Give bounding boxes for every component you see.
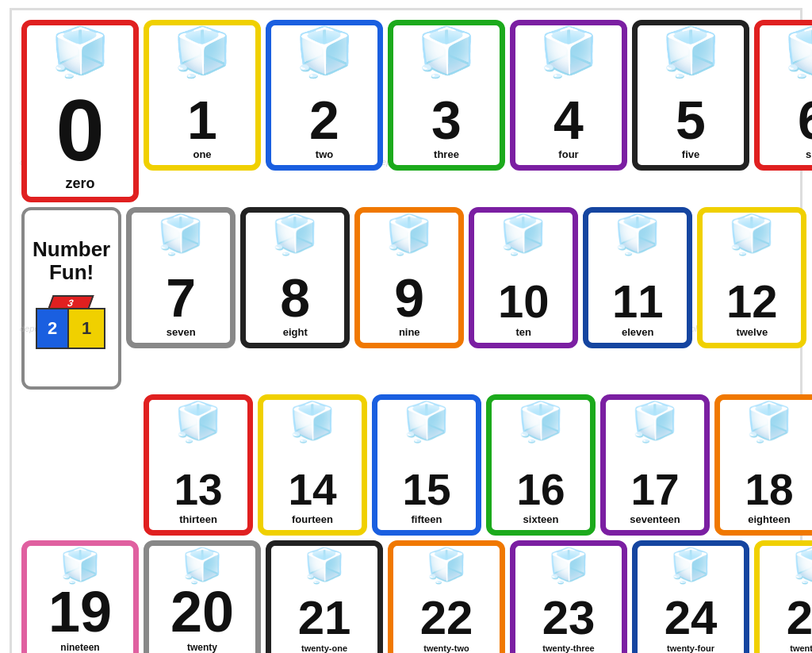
card-number-9: 9	[394, 271, 424, 325]
card-number-6: 6	[798, 93, 812, 147]
card-24[interactable]: 🧊 24 twenty-four	[632, 540, 749, 653]
card-8[interactable]: 🧊 8 eight	[240, 207, 350, 348]
card-bg-icon-8: 🧊	[271, 216, 319, 254]
card-9[interactable]: 🧊 9 nine	[354, 207, 464, 348]
cube-left-face: 2	[36, 308, 69, 349]
card-23[interactable]: 🧊 23 twenty-three	[510, 540, 627, 653]
card-14[interactable]: 🧊 14 fourteen	[258, 394, 367, 536]
card-4[interactable]: 🧊 4 four	[510, 20, 627, 171]
card-10[interactable]: 🧊 10 ten	[469, 207, 578, 348]
card-7[interactable]: 🧊 7 seven	[126, 207, 236, 348]
card-number-23: 23	[542, 594, 596, 642]
row-4: 🧊 19 nineteen 🧊 20 twenty 🧊 21 twenty-on…	[21, 540, 791, 653]
card-number-15: 15	[402, 468, 450, 512]
card-13[interactable]: 🧊 13 thirteen	[144, 394, 253, 536]
row-1: 🧊 0 zero 🧊 1 one 🧊 2 two 🧊 3 three 🧊	[21, 20, 791, 202]
card-number-4: 4	[553, 93, 584, 147]
card-15[interactable]: 🧊 15 fifteen	[372, 394, 481, 536]
card-6[interactable]: 🧊 6 six	[754, 20, 812, 171]
card-bg-icon-10: 🧊	[500, 216, 547, 254]
card-number-19: 19	[48, 583, 112, 640]
card-bg-icon-1: 🧊	[173, 29, 232, 76]
card-word-19: nineteen	[60, 642, 99, 653]
card-5[interactable]: 🧊 5 five	[632, 20, 749, 171]
card-number-25: 25	[787, 594, 812, 642]
card-word-6: six	[806, 148, 812, 160]
card-word-14: fourteen	[292, 513, 333, 525]
main-container: depositphotos depositphotos depositphoto…	[10, 8, 802, 653]
card-16[interactable]: 🧊 16 sixteen	[486, 394, 596, 536]
card-number-12: 12	[726, 278, 778, 325]
card-bg-icon-17: 🧊	[631, 403, 679, 441]
card-word-13: thirteen	[179, 513, 217, 525]
card-word-21: twenty-one	[301, 643, 347, 653]
card-19[interactable]: 🧊 19 nineteen	[21, 540, 139, 653]
card-number-21: 21	[298, 594, 351, 642]
card-1[interactable]: 🧊 1 one	[144, 20, 261, 171]
row-2: Number Fun! 3 2 1	[21, 207, 791, 390]
card-word-4: four	[558, 148, 578, 160]
card-bg-icon-11: 🧊	[614, 216, 661, 254]
card-bg-icon-23: 🧊	[548, 549, 589, 582]
card-12[interactable]: 🧊 12 twelve	[697, 207, 806, 348]
card-word-0: zero	[65, 175, 94, 192]
card-word-12: twelve	[736, 326, 768, 338]
card-number-13: 13	[174, 468, 222, 512]
card-bg-icon-21: 🧊	[304, 549, 345, 582]
card-number-17: 17	[630, 468, 679, 512]
cube-right-face: 1	[67, 308, 105, 349]
card-word-17: seventeen	[630, 513, 680, 525]
card-word-1: one	[193, 148, 211, 160]
card-number-18: 18	[745, 468, 793, 512]
card-22[interactable]: 🧊 22 twenty-two	[388, 540, 505, 653]
card-word-15: fifteen	[412, 513, 442, 525]
card-2[interactable]: 🧊 2 two	[266, 20, 383, 171]
card-bg-icon-25: 🧊	[792, 549, 812, 582]
card-bg-icon-3: 🧊	[417, 29, 477, 76]
card-word-20: twenty	[187, 642, 217, 653]
card-21[interactable]: 🧊 21 twenty-one	[266, 540, 383, 653]
card-word-7: seven	[167, 326, 196, 338]
card-number-7: 7	[166, 271, 196, 325]
card-number-2: 2	[309, 93, 339, 147]
card-word-16: sixteen	[523, 513, 559, 525]
card-0[interactable]: 🧊 0 zero	[21, 20, 139, 202]
card-bg-icon-24: 🧊	[670, 549, 711, 582]
card-bg-icon-2: 🧊	[295, 29, 354, 76]
card-bg-icon-0: 🧊	[51, 29, 110, 76]
numfun-card[interactable]: Number Fun! 3 2 1	[21, 207, 121, 390]
card-word-2: two	[316, 148, 333, 160]
card-number-0: 0	[56, 86, 104, 174]
card-20[interactable]: 🧊 20 twenty	[144, 540, 261, 653]
card-number-20: 20	[170, 583, 234, 640]
card-number-14: 14	[288, 468, 336, 512]
card-11[interactable]: 🧊 11 eleven	[583, 207, 692, 348]
card-18[interactable]: 🧊 18 eighteen	[714, 394, 812, 536]
card-word-25: twenty-five	[790, 643, 812, 653]
card-bg-icon-12: 🧊	[728, 216, 776, 254]
card-number-16: 16	[516, 468, 565, 512]
card-word-18: eighteen	[748, 513, 790, 525]
card-bg-icon-20: 🧊	[182, 549, 223, 582]
card-number-1: 1	[187, 93, 217, 147]
card-3[interactable]: 🧊 3 three	[388, 20, 505, 171]
card-25[interactable]: 🧊 25 twenty-five	[754, 540, 812, 653]
card-bg-icon-6: 🧊	[783, 29, 813, 76]
card-17[interactable]: 🧊 17 seventeen	[600, 394, 710, 536]
card-bg-icon-9: 🧊	[385, 216, 433, 254]
card-bg-icon-18: 🧊	[745, 403, 793, 441]
card-bg-icon-4: 🧊	[539, 29, 599, 76]
card-number-11: 11	[612, 278, 664, 325]
numfun-title: Number Fun!	[33, 238, 110, 283]
card-number-24: 24	[665, 594, 718, 642]
card-number-22: 22	[420, 594, 473, 642]
card-word-22: twenty-two	[423, 643, 469, 653]
card-word-11: eleven	[622, 326, 653, 338]
cube-right-num: 1	[82, 318, 91, 339]
cube-graphic: 3 2 1	[36, 295, 107, 359]
card-word-3: three	[434, 148, 459, 160]
card-number-10: 10	[498, 278, 550, 325]
card-bg-icon-5: 🧊	[661, 29, 721, 76]
cube-top-num: 3	[66, 298, 75, 309]
card-word-23: twenty-three	[542, 643, 594, 653]
